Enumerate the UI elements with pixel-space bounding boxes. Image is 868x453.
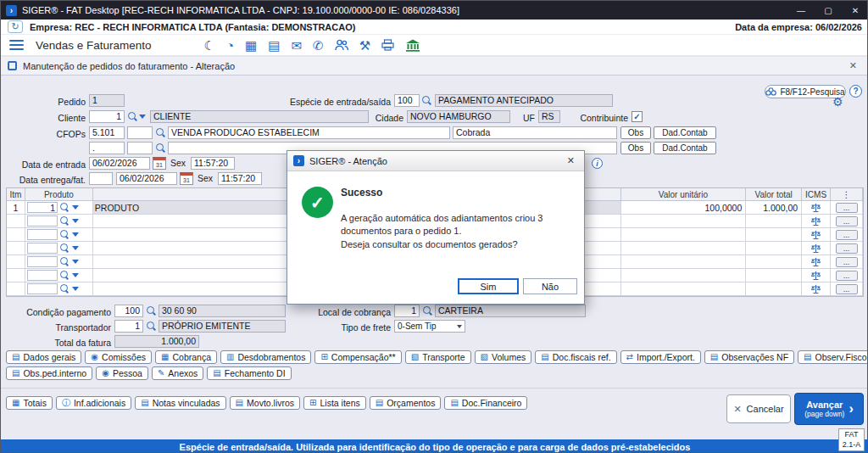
produto-search-icon[interactable]: [60, 203, 70, 212]
row-more-button[interactable]: ...: [836, 216, 858, 226]
cfop2-search-icon[interactable]: [156, 143, 165, 153]
produto-dropdown-icon[interactable]: [72, 232, 79, 237]
cfop2-code-field[interactable]: .: [89, 142, 125, 154]
row-more-button[interactable]: ...: [836, 203, 858, 213]
info-icon[interactable]: i: [592, 158, 603, 169]
produto-code-field[interactable]: [27, 229, 58, 240]
cfop2-code2-field[interactable]: [127, 142, 153, 154]
row-more-button[interactable]: ...: [836, 284, 858, 294]
tax-scales-icon[interactable]: [810, 284, 821, 294]
mail-icon[interactable]: ✉: [291, 39, 302, 52]
cancel-button[interactable]: ✕ Cancelar: [726, 394, 791, 423]
produto-search-icon[interactable]: [60, 271, 70, 280]
gear-icon[interactable]: ⚙: [832, 95, 843, 109]
minimize-button[interactable]: —: [787, 1, 815, 20]
produto-search-icon[interactable]: [60, 243, 70, 253]
menu-hamburger-icon[interactable]: [9, 40, 24, 50]
night-mode-icon[interactable]: ☾: [204, 39, 215, 52]
data-entrega-field[interactable]: 06/02/2026: [116, 172, 177, 185]
observ-fisco-button[interactable]: ▤Observ.Fisco: [798, 350, 868, 364]
produto-search-icon[interactable]: [60, 216, 70, 226]
local-cobranca-code-field[interactable]: 1: [394, 305, 420, 317]
dashboard-icon[interactable]: ◔: [226, 39, 234, 52]
cfop1-search-icon[interactable]: [156, 128, 165, 137]
especie-code-field[interactable]: 100: [394, 94, 420, 107]
movto-livros-button[interactable]: ▤Movto.livros: [230, 396, 300, 410]
fechamento-di-button[interactable]: ▤Fechamento DI: [207, 366, 291, 380]
tax-scales-icon[interactable]: [810, 203, 821, 213]
observacoes-nf-button[interactable]: ▤Observações NF: [704, 350, 794, 364]
transportador-code-field[interactable]: 1: [114, 320, 143, 333]
doc-financeiro-button[interactable]: ▤Doc.Financeiro: [444, 396, 527, 410]
yes-button[interactable]: Sim: [458, 278, 519, 294]
calculator-icon[interactable]: ▦: [245, 39, 257, 52]
pessoa-button[interactable]: ◉Pessoa: [96, 366, 148, 380]
comissoes-button[interactable]: ◉Comissões: [85, 350, 152, 364]
document-icon[interactable]: ▤: [268, 39, 280, 52]
cliente-code-field[interactable]: 1: [89, 110, 125, 123]
produto-dropdown-icon[interactable]: [72, 273, 79, 277]
produto-search-icon[interactable]: [60, 257, 70, 266]
produto-search-icon[interactable]: [60, 284, 70, 294]
tax-scales-icon[interactable]: [810, 216, 821, 226]
sync-icon[interactable]: ↻: [8, 20, 23, 33]
cfop1-obs-button[interactable]: Obs: [620, 126, 651, 139]
condicao-search-icon[interactable]: [147, 306, 156, 316]
tipo-frete-select[interactable]: 0-Sem Tip: [394, 320, 465, 333]
produto-search-icon[interactable]: [60, 230, 70, 239]
compensacao-button[interactable]: ⊞Compensação**: [314, 350, 401, 364]
cfop1-desc-field[interactable]: VENDA PRODUCAO ESTABELECIM: [168, 126, 450, 139]
data-entrada-time-field[interactable]: 11:57:20: [191, 157, 235, 170]
tools-icon[interactable]: ⚒: [359, 39, 370, 52]
cfop1-cobrada-field[interactable]: Cobrada: [453, 126, 617, 139]
data-entrada-calendar-icon[interactable]: 31: [153, 157, 166, 170]
cliente-search-icon[interactable]: [128, 112, 137, 121]
obs-ped-interno-button[interactable]: ▤Obs.ped.interno: [6, 366, 92, 380]
close-button[interactable]: ✕: [842, 1, 868, 20]
dialog-close-icon[interactable]: ✕: [564, 155, 578, 166]
local-cobranca-search-icon[interactable]: [423, 306, 432, 316]
tax-scales-icon[interactable]: [810, 271, 821, 281]
transportador-search-icon[interactable]: [147, 322, 156, 331]
dados-gerais-button[interactable]: ▤Dados gerais: [6, 350, 81, 364]
row-more-button[interactable]: ...: [836, 230, 858, 240]
produto-code-field[interactable]: [27, 283, 58, 294]
produto-code-field[interactable]: [27, 256, 58, 267]
advance-button[interactable]: Avançar (page down) ›: [794, 393, 864, 425]
condicao-code-field[interactable]: 100: [114, 305, 143, 317]
contribuinte-checkbox[interactable]: ✓: [632, 111, 643, 122]
row-more-button[interactable]: ...: [836, 257, 858, 267]
cell-valor-unitario[interactable]: 100,0000: [621, 201, 747, 215]
users-icon[interactable]: [335, 39, 348, 51]
cobranca-button[interactable]: ▦Cobrança: [155, 350, 217, 364]
produto-code-field[interactable]: [27, 270, 58, 281]
doc-fiscais-ref-button[interactable]: ▤Doc.fiscais ref.: [535, 350, 616, 364]
printer-icon[interactable]: [381, 39, 394, 51]
phone-icon[interactable]: ✆: [313, 39, 324, 52]
especie-search-icon[interactable]: [422, 96, 431, 105]
tax-scales-icon[interactable]: [810, 243, 821, 254]
no-button[interactable]: Não: [523, 278, 577, 294]
import-export-button[interactable]: ⇄Import./Export.: [620, 350, 701, 364]
produto-code-field[interactable]: [27, 243, 58, 254]
row-more-button[interactable]: ...: [836, 271, 858, 281]
row-more-button[interactable]: ...: [836, 243, 858, 254]
cfop1-code-field[interactable]: 5.101: [89, 126, 125, 139]
data-entrega-time-field[interactable]: 11:57:20: [218, 172, 262, 185]
maximize-button[interactable]: ▢: [815, 1, 842, 20]
totais-button[interactable]: ▦Totais: [6, 396, 53, 410]
tax-scales-icon[interactable]: [810, 257, 821, 267]
desdobramentos-button[interactable]: ▥Desdobramentos: [220, 350, 311, 364]
cfop2-dadcontab-button[interactable]: Dad.Contab: [654, 142, 716, 154]
anexos-button[interactable]: ✎Anexos: [152, 366, 203, 380]
data-entrada-field[interactable]: 06/02/2026: [89, 157, 150, 170]
produto-dropdown-icon[interactable]: [72, 260, 79, 264]
inf-adicionais-button[interactable]: ⓘInf.adicionais: [56, 396, 131, 410]
lista-itens-button[interactable]: ⊞Lista itens: [303, 396, 366, 410]
produto-dropdown-icon[interactable]: [72, 219, 79, 223]
data-entrega-calendar-icon[interactable]: 31: [180, 172, 193, 185]
cliente-dropdown-icon[interactable]: [139, 115, 146, 119]
help-icon[interactable]: ?: [849, 85, 862, 98]
dialog-title-bar[interactable]: › SIGER® - Atenção ✕: [287, 151, 584, 171]
transporte-button[interactable]: ▧Transporte: [405, 350, 471, 364]
